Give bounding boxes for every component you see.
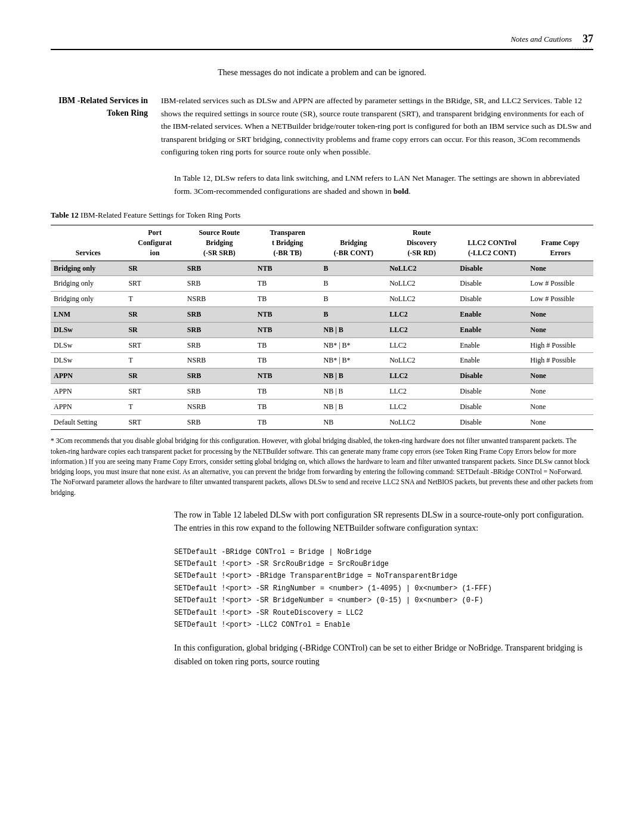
table-row: Bridging onlyTNSRBTBBNoLLC2DisableLow # … [51, 292, 593, 307]
table-row: DLSwTNSRBTBNB* | B*NoLLC2EnableHigh # Po… [51, 353, 593, 368]
table-cell: SRB [184, 322, 255, 337]
table-cell: SRB [184, 276, 255, 292]
page-header: Notes and Cautions 37 [51, 33, 593, 50]
table-row: APPNSRTSRBTBNB | BLLC2DisableNone [51, 383, 593, 399]
table-caption: Table 12 IBM-Related Feature Settings fo… [51, 210, 593, 220]
table-cell: Disable [457, 383, 527, 399]
table-cell: Disable [457, 292, 527, 307]
table-cell: Enable [457, 322, 527, 337]
table-cell: Enable [457, 306, 527, 322]
table-cell: LLC2 [386, 399, 457, 414]
table-cell: TB [255, 337, 321, 353]
table-row: Bridging onlySRTSRBTBBNoLLC2DisableLow #… [51, 276, 593, 292]
table-cell: TB [255, 353, 321, 368]
table-cell: T [125, 399, 184, 414]
bottom-paragraph: In this configuration, global bridging (… [174, 642, 593, 668]
table-cell: APPN [51, 368, 125, 384]
th-frame: Frame CopyErrors [527, 225, 593, 261]
table-cell: SRB [184, 306, 255, 322]
table-cell: Disable [457, 276, 527, 292]
table-cell: None [527, 383, 593, 399]
table-cell: TB [255, 399, 321, 414]
table-cell: NoLLC2 [386, 353, 457, 368]
th-services: Services [51, 225, 125, 261]
table-cell: DLSw [51, 337, 125, 353]
table-cell: T [125, 353, 184, 368]
table-cell: SRB [184, 414, 255, 430]
code-line: SETDefault !<port> -BRidge TransparentBr… [174, 570, 593, 582]
table-cell: NSRB [184, 353, 255, 368]
table-row: DLSwSRSRBNTBNB | BLLC2EnableNone [51, 322, 593, 337]
table-cell: Bridging only [51, 276, 125, 292]
ibm-label: IBM -Related Services in Token Ring [51, 94, 161, 159]
table-cell: NTB [255, 322, 321, 337]
table-cell: LLC2 [386, 337, 457, 353]
table-cell: NoLLC2 [386, 261, 457, 276]
table-cell: None [527, 399, 593, 414]
table-cell: NB | B [321, 399, 387, 414]
table-row: LNMSRSRBNTBBLLC2EnableNone [51, 306, 593, 322]
table-cell: Disable [457, 261, 527, 276]
table-cell: NB | B [321, 322, 387, 337]
main-table: Services PortConfiguration Source RouteB… [51, 225, 593, 430]
table-row: Bridging onlySRSRBNTBBNoLLC2DisableNone [51, 261, 593, 276]
table-cell: NB | B [321, 368, 387, 384]
table-row: APPNSRSRBNTBNB | BLLC2DisableNone [51, 368, 593, 384]
table-cell: TB [255, 383, 321, 399]
table-cell: TB [255, 276, 321, 292]
table-cell: NTB [255, 368, 321, 384]
table-cell: Enable [457, 353, 527, 368]
th-llc2: LLC2 CONTrol(-LLC2 CONT) [457, 225, 527, 261]
table-cell: NSRB [184, 399, 255, 414]
table-cell: SRB [184, 383, 255, 399]
table-cell: None [527, 322, 593, 337]
table-cell: NTB [255, 261, 321, 276]
table-cell: Low # Possible [527, 276, 593, 292]
table-cell: High # Possible [527, 337, 593, 353]
code-line: SETDefault !<port> -SR RouteDiscovery = … [174, 607, 593, 619]
table-cell: NoLLC2 [386, 414, 457, 430]
table-row: DLSwSRTSRBTBNB* | B*LLC2EnableHigh # Pos… [51, 337, 593, 353]
table-body: Bridging onlySRSRBNTBBNoLLC2DisableNoneB… [51, 261, 593, 430]
table-cell: Disable [457, 368, 527, 384]
table-cell: NSRB [184, 292, 255, 307]
table-cell: APPN [51, 399, 125, 414]
code-line: SETDefault !<port> -SR RingNumber = <num… [174, 583, 593, 594]
table-cell: Default Setting [51, 414, 125, 430]
table-cell: None [527, 261, 593, 276]
ibm-content: IBM-related services such as DLSw and AP… [161, 94, 593, 159]
table-cell: B [321, 276, 387, 292]
intro-paragraph: These messages do not indicate a problem… [51, 68, 593, 78]
table-header-row: Services PortConfiguration Source RouteB… [51, 225, 593, 261]
second-paragraph: In Table 12, DLSw refers to data link sw… [174, 172, 593, 197]
table-cell: Disable [457, 414, 527, 430]
header-title: Notes and Cautions [510, 35, 572, 44]
table-row: APPNTNSRBTBNB | BLLC2DisableNone [51, 399, 593, 414]
th-srcroute: Source RouteBridging(-SR SRB) [184, 225, 255, 261]
table-cell: B [321, 306, 387, 322]
table-cell: SRB [184, 261, 255, 276]
table-cell: None [527, 368, 593, 384]
code-line: SETDefault -BRidge CONTrol = Bridge | No… [174, 546, 593, 558]
table-cell: LLC2 [386, 383, 457, 399]
th-bridging: Bridging(-BR CONT) [321, 225, 387, 261]
th-route: RouteDiscovery(-SR RD) [386, 225, 457, 261]
table-cell: High # Possible [527, 353, 593, 368]
table-cell: SRB [184, 337, 255, 353]
table-cell: Disable [457, 399, 527, 414]
code-line: SETDefault !<port> -SR SrcRouBridge = Sr… [174, 558, 593, 570]
table-cell: B [321, 261, 387, 276]
table-cell: SR [125, 306, 184, 322]
table-cell: Low # Possible [527, 292, 593, 307]
table-cell: NTB [255, 306, 321, 322]
table-cell: SRT [125, 383, 184, 399]
table-cell: TB [255, 292, 321, 307]
middle-paragraph: The row in Table 12 labeled DLSw with po… [174, 509, 593, 535]
table-row: Default SettingSRTSRBTBNBNoLLC2DisableNo… [51, 414, 593, 430]
table-cell: SRB [184, 368, 255, 384]
page: Notes and Cautions 37 ........ These mes… [0, 0, 644, 833]
table-cell: SR [125, 261, 184, 276]
table-cell: LLC2 [386, 368, 457, 384]
table-cell: B [321, 292, 387, 307]
footnote: * 3Com recommends that you disable globa… [51, 436, 593, 498]
